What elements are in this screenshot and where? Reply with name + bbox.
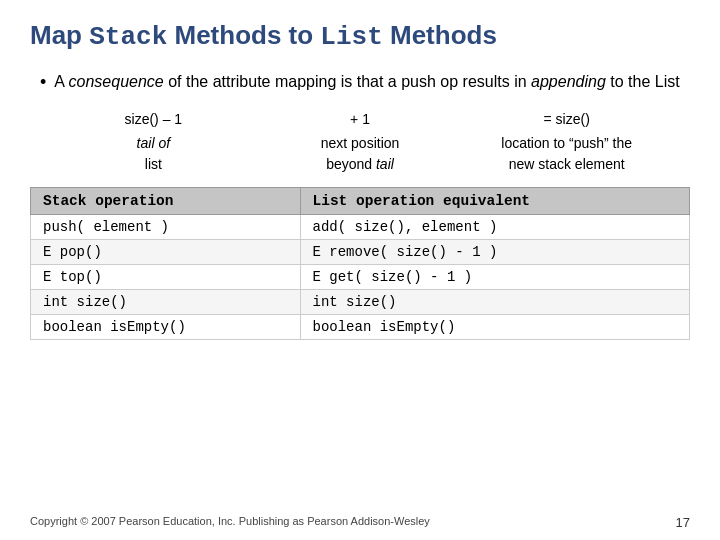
formula-next-pos: next position — [321, 135, 400, 151]
list-op-cell: E remove( size() - 1 ) — [300, 240, 690, 265]
bullet-italic2: appending — [531, 73, 606, 90]
formula-tail2: tail — [376, 156, 394, 172]
stack-op-cell: E top() — [31, 265, 301, 290]
bullet-mid: of the attribute mapping is that a push … — [164, 73, 531, 90]
title-word2: List — [320, 22, 382, 52]
title-prefix: Map — [30, 20, 89, 50]
bullet-italic1: consequence — [69, 73, 164, 90]
formula-row2: tail of list next position beyond tail l… — [50, 133, 670, 175]
page-number: 17 — [676, 515, 690, 530]
copyright: Copyright © 2007 Pearson Education, Inc.… — [30, 515, 430, 530]
formula-loc1: location to “push” the — [501, 135, 632, 151]
formula-section: size() – 1 + 1 = size() — [50, 111, 670, 127]
table-row: E pop()E remove( size() - 1 ) — [31, 240, 690, 265]
bullet-prefix: A — [54, 73, 68, 90]
formula-of: of — [155, 135, 171, 151]
list-op-cell: int size() — [300, 290, 690, 315]
stack-op-cell: push( element ) — [31, 215, 301, 240]
operations-table: Stack operation List operation equivalen… — [30, 187, 690, 340]
formula-list: list — [145, 156, 162, 172]
formula-col3-desc: location to “push” the new stack element — [463, 133, 670, 175]
slide-title: Map Stack Methods to List Methods — [30, 20, 690, 52]
stack-op-cell: boolean isEmpty() — [31, 315, 301, 340]
stack-op-cell: E pop() — [31, 240, 301, 265]
col2-header: List operation equivalent — [300, 188, 690, 215]
bullet-dot: • — [40, 70, 46, 95]
stack-op-cell: int size() — [31, 290, 301, 315]
formula-col2-desc: next position beyond tail — [257, 133, 464, 175]
formula-col2-line1: + 1 — [257, 111, 464, 127]
table-row: int size()int size() — [31, 290, 690, 315]
formula-col2: + 1 — [257, 111, 464, 127]
bullet-section: • A consequence of the attribute mapping… — [30, 70, 690, 95]
title-middle: Methods to — [167, 20, 320, 50]
formula-col1-line1: size() – 1 — [50, 111, 257, 127]
slide: Map Stack Methods to List Methods • A co… — [0, 0, 720, 540]
footer: Copyright © 2007 Pearson Education, Inc.… — [30, 515, 690, 530]
table-row: boolean isEmpty()boolean isEmpty() — [31, 315, 690, 340]
list-op-cell: boolean isEmpty() — [300, 315, 690, 340]
bullet-text: A consequence of the attribute mapping i… — [54, 70, 679, 93]
formula-col1: size() – 1 — [50, 111, 257, 127]
list-op-cell: add( size(), element ) — [300, 215, 690, 240]
bullet-item-1: • A consequence of the attribute mapping… — [40, 70, 690, 95]
formula-col3: = size() — [463, 111, 670, 127]
formula-tail-italic: tail — [137, 135, 155, 151]
title-suffix: Methods — [383, 20, 497, 50]
formula-beyond: beyond tail — [326, 156, 394, 172]
bullet-suffix: to the List — [606, 73, 680, 90]
table-row: E top()E get( size() - 1 ) — [31, 265, 690, 290]
formula-col3-line1: = size() — [463, 111, 670, 127]
col1-header: Stack operation — [31, 188, 301, 215]
formula-loc2: new stack element — [509, 156, 625, 172]
formula-col1-desc: tail of list — [50, 133, 257, 175]
title-word1: Stack — [89, 22, 167, 52]
table-row: push( element )add( size(), element ) — [31, 215, 690, 240]
list-op-cell: E get( size() - 1 ) — [300, 265, 690, 290]
